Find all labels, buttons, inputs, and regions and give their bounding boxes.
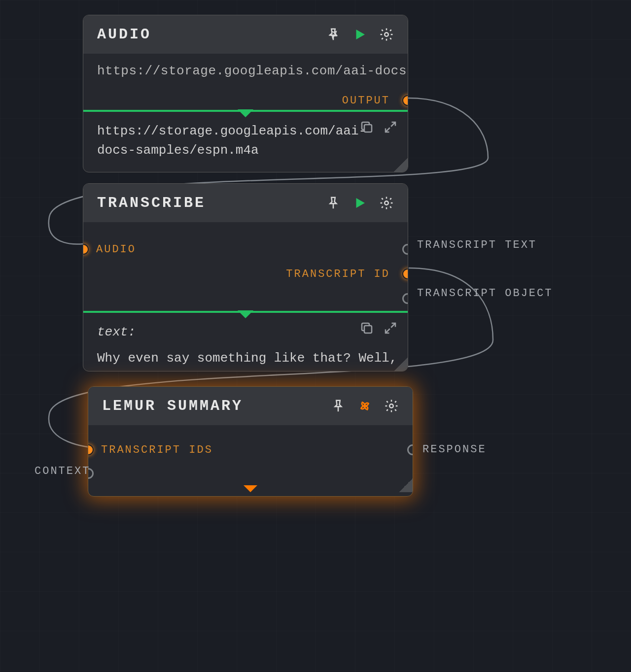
transcribe-id-output-label: TRANSCRIPT ID	[286, 268, 390, 280]
svg-point-1	[385, 33, 388, 36]
audio-node[interactable]: AUDIO https://storage.googleapis.com/aai…	[83, 15, 408, 172]
run-icon[interactable]	[352, 27, 367, 42]
transcribe-node[interactable]: TRANSCRIBE AUDIO TRANSCRIPT ID	[83, 183, 408, 371]
lemur-context-ext-label: CONTEXT	[35, 465, 90, 477]
transcript-text-ext-label: TRANSCRIPT TEXT	[417, 239, 537, 251]
run-icon[interactable]	[352, 196, 367, 210]
svg-point-7	[389, 404, 393, 408]
audio-node-title: AUDIO	[97, 26, 326, 43]
transcribe-result: text: Why even say something like that? …	[83, 313, 408, 371]
transcribe-result-preview: Why even say something like that? Well, …	[97, 349, 394, 368]
svg-rect-5	[364, 326, 372, 333]
transcribe-node-title: TRANSCRIBE	[97, 195, 326, 211]
copy-icon[interactable]	[359, 321, 374, 342]
expand-icon[interactable]	[383, 321, 398, 342]
lemur-response-output-port[interactable]	[407, 444, 413, 455]
transcribe-audio-input-label: AUDIO	[96, 243, 136, 256]
expand-icon[interactable]	[383, 120, 398, 141]
pin-icon[interactable]	[326, 196, 341, 210]
lemur-transcript-ids-label: TRANSCRIPT IDS	[101, 444, 213, 456]
gear-icon[interactable]	[379, 196, 394, 210]
lemur-node-header[interactable]: LEMUR SUMMARY	[88, 387, 413, 425]
pin-icon[interactable]	[331, 399, 346, 413]
gear-icon[interactable]	[384, 399, 399, 413]
pin-icon[interactable]	[326, 27, 341, 42]
lemur-context-input-port[interactable]	[88, 468, 94, 479]
transcript-object-ext-label: TRANSCRIPT OBJECT	[417, 287, 553, 300]
lemur-expand-toggle[interactable]	[244, 485, 257, 492]
fan-icon[interactable]	[357, 399, 372, 413]
gear-icon[interactable]	[379, 27, 394, 42]
lemur-response-ext-label: RESPONSE	[422, 443, 487, 456]
svg-point-4	[385, 201, 388, 205]
transcribe-object-output-port[interactable]	[402, 293, 408, 304]
transcribe-node-header[interactable]: TRANSCRIBE	[83, 184, 408, 222]
lemur-node-title: LEMUR SUMMARY	[102, 398, 331, 414]
copy-icon[interactable]	[359, 120, 374, 141]
audio-result: https://storage.googleapis.com/aai-docs-…	[83, 112, 408, 172]
transcribe-text-output-port[interactable]	[402, 244, 408, 255]
audio-output-port-label: OUTPUT	[342, 95, 390, 107]
svg-rect-2	[364, 125, 372, 132]
audio-output-port[interactable]	[402, 95, 408, 106]
transcribe-id-output-port[interactable]	[402, 269, 408, 279]
transcribe-audio-input-port[interactable]	[83, 244, 89, 255]
lemur-node[interactable]: LEMUR SUMMARY TRANSCRIPT IDS	[88, 386, 413, 497]
transcribe-result-heading: text:	[97, 323, 394, 342]
audio-url-input[interactable]: https://storage.googleapis.com/aai-docs-…	[83, 54, 408, 91]
lemur-transcript-ids-input-port[interactable]	[88, 444, 94, 455]
audio-node-header[interactable]: AUDIO	[83, 15, 408, 54]
audio-result-text: https://storage.googleapis.com/aai-docs-…	[97, 124, 366, 158]
